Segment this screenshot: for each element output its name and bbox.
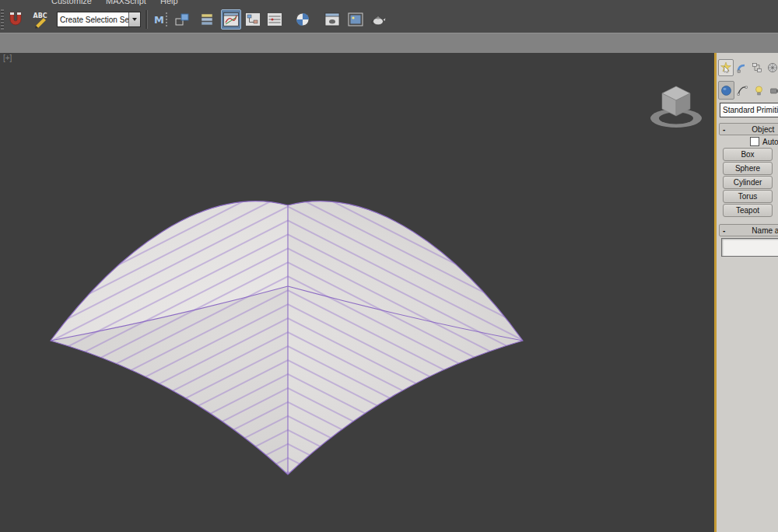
shapes-spline-icon — [737, 85, 748, 96]
rollout-name-color-title: Name an — [752, 226, 778, 235]
svg-text:ABC: ABC — [33, 12, 47, 19]
tab-create[interactable] — [718, 59, 734, 76]
perspective-viewport[interactable]: [+] — [0, 53, 714, 532]
canopy-wireframe — [0, 53, 714, 532]
object-type-buttons: Box Sphere Cylinder Torus Teapot — [723, 148, 773, 218]
collapse-icon: - — [723, 226, 725, 235]
menu-help[interactable]: Help — [160, 0, 178, 6]
align-glyph — [173, 10, 192, 29]
selection-set-value: Create Selection Se — [58, 16, 128, 24]
torus-button[interactable]: Torus — [723, 190, 773, 203]
autogrid-label: AutoG — [762, 138, 778, 146]
menu-bar: Customize MAXScript Help — [0, 0, 778, 6]
3ds-max-window: Customize MAXScript Help ABC Create Sele… — [0, 0, 778, 532]
tab-modify[interactable] — [734, 59, 749, 76]
autogrid-row: AutoG — [750, 137, 778, 146]
teapot-glyph — [370, 10, 388, 29]
command-panel: Standard Primitiv - Object AutoG Box Sph… — [717, 53, 778, 532]
rollout-object-type[interactable]: - Object — [719, 123, 778, 135]
panel-tabs — [718, 59, 778, 76]
render-setup-glyph — [323, 10, 342, 29]
create-tab-icon — [720, 62, 731, 73]
toolbar-separator — [145, 10, 148, 29]
rollout-object-type-title: Object — [752, 125, 774, 134]
view-cube[interactable] — [648, 79, 707, 135]
combo-dropdown-icon[interactable] — [128, 12, 140, 26]
toolbar-grip[interactable] — [1, 9, 4, 30]
render-production-icon[interactable] — [369, 9, 389, 30]
material-sphere-glyph — [293, 10, 312, 29]
track-view-icon[interactable] — [265, 9, 285, 30]
sphere-button[interactable]: Sphere — [723, 162, 773, 175]
curve-editor-icon[interactable] — [221, 9, 241, 30]
object-name-field[interactable] — [721, 238, 778, 257]
align-icon[interactable] — [173, 9, 193, 30]
autogrid-checkbox[interactable] — [750, 137, 759, 146]
canopy-object[interactable] — [0, 53, 714, 532]
main-toolbar: ABC Create Selection Se M — [0, 6, 778, 33]
primitives-dropdown-value: Standard Primitiv — [720, 106, 778, 114]
modify-tab-icon — [736, 62, 747, 73]
lights-bulb-icon — [753, 85, 765, 96]
cylinder-button[interactable]: Cylinder — [723, 176, 773, 189]
category-shapes[interactable] — [734, 81, 751, 100]
tab-motion[interactable] — [765, 59, 778, 76]
magnet-glyph — [6, 10, 25, 29]
mirror-glyph: M — [152, 10, 170, 29]
teapot-button[interactable]: Teapot — [723, 204, 773, 217]
schematic-glyph — [244, 10, 262, 29]
layers-glyph — [198, 10, 217, 29]
motion-tab-icon — [767, 62, 778, 73]
hierarchy-tab-icon — [752, 62, 762, 73]
snaps-toggle-icon[interactable] — [5, 9, 26, 30]
cameras-icon — [769, 85, 778, 96]
selection-set-combo[interactable]: Create Selection Se — [57, 12, 141, 27]
primitives-dropdown[interactable]: Standard Primitiv — [720, 103, 778, 117]
track-view-glyph — [265, 10, 284, 29]
category-lights[interactable] — [751, 81, 767, 100]
rendered-frame-window-icon[interactable] — [345, 9, 366, 30]
box-button[interactable]: Box — [723, 148, 773, 161]
abc-pencil-glyph: ABC — [31, 10, 50, 29]
render-setup-icon[interactable] — [322, 9, 342, 30]
viewport-label[interactable]: [+] — [3, 54, 12, 62]
toolbar-lower-band — [0, 33, 778, 54]
category-row — [718, 81, 778, 100]
curve-editor-glyph — [222, 10, 240, 29]
menu-maxscript[interactable]: MAXScript — [106, 0, 146, 6]
layer-manager-icon[interactable] — [198, 9, 218, 30]
mirror-icon[interactable]: M — [151, 9, 171, 30]
edit-named-selections-icon[interactable]: ABC — [30, 9, 51, 30]
geometry-sphere-icon — [720, 85, 732, 96]
menu-customize[interactable]: Customize — [51, 0, 92, 6]
category-cameras[interactable] — [767, 81, 778, 100]
material-editor-icon[interactable] — [293, 9, 313, 30]
schematic-view-icon[interactable] — [243, 9, 263, 30]
rollout-name-color[interactable]: - Name an — [719, 224, 778, 236]
collapse-icon: - — [723, 125, 725, 134]
rendered-frame-glyph — [346, 10, 365, 29]
svg-text:M: M — [154, 14, 164, 26]
category-geometry[interactable] — [718, 81, 734, 100]
tab-hierarchy[interactable] — [749, 59, 765, 76]
